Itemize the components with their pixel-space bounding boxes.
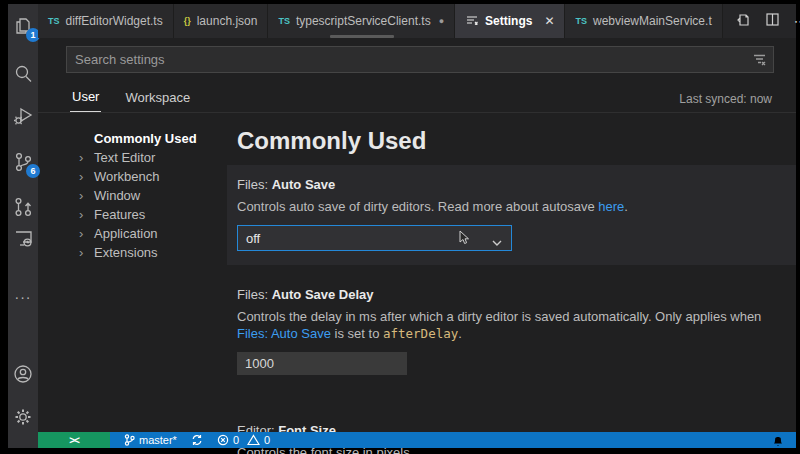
toc-commonly-used[interactable]: Commonly Used <box>66 129 227 148</box>
autosave-here-link[interactable]: here <box>598 199 624 214</box>
page-title: Commonly Used <box>237 127 796 155</box>
remote-indicator[interactable]: >< <box>38 432 110 448</box>
run-debug-icon[interactable] <box>11 104 35 128</box>
filter-icon[interactable] <box>752 52 767 71</box>
git-branch-icon <box>124 434 135 446</box>
editor-tab-bar: TS diffEditorWidget.ts {} launch.json TS… <box>38 4 796 38</box>
split-editor-icon[interactable] <box>765 12 780 30</box>
setting-name: Auto Save Delay <box>272 287 374 302</box>
settings-toc: Commonly Used › Text Editor › Workbench … <box>66 113 227 432</box>
pull-request-icon[interactable] <box>11 195 35 219</box>
search-icon[interactable] <box>11 62 35 86</box>
open-settings-json-icon[interactable] <box>735 12 751 31</box>
setting-title: Files: Auto Save Delay <box>237 287 786 302</box>
setting-prefix: Files: <box>237 287 272 302</box>
tab-diffeditorwidget[interactable]: TS diffEditorWidget.ts <box>38 4 174 38</box>
more-actions-icon[interactable]: ··· <box>11 285 35 309</box>
close-tab-icon[interactable]: ✕ <box>544 14 554 28</box>
ts-file-icon: TS <box>278 16 290 26</box>
setting-title: Files: Auto Save <box>237 177 786 192</box>
toc-text-editor[interactable]: › Text Editor <box>66 148 227 167</box>
toc-label: Application <box>94 226 158 241</box>
tab-label: diffEditorWidget.ts <box>66 14 163 28</box>
tab-webviewmainservice[interactable]: TS webviewMainService.t <box>565 4 722 38</box>
chevron-right-icon: › <box>79 148 83 167</box>
setting-files-auto-save: Files: Auto Save Controls auto save of d… <box>227 165 796 265</box>
setting-description: Controls the delay in ms after which a d… <box>237 308 782 342</box>
setting-name: Auto Save <box>272 177 336 192</box>
tab-label: webviewMainService.t <box>593 14 712 28</box>
setting-files-auto-save-delay: Files: Auto Save Delay Controls the dela… <box>227 275 796 389</box>
account-icon[interactable] <box>11 362 35 386</box>
search-row <box>38 38 796 79</box>
tab-scrollbar[interactable] <box>330 35 394 38</box>
toc-application[interactable]: › Application <box>66 224 227 243</box>
toc-label: Features <box>94 207 145 222</box>
settings-sliders-icon <box>465 13 479 30</box>
tab-typescriptserviceclient[interactable]: TS typescriptServiceClient.ts ● <box>268 4 455 38</box>
settings-editor: User Workspace Last synced: now Commonly… <box>38 38 796 432</box>
explorer-icon[interactable]: 1 <box>11 14 35 38</box>
toc-workbench[interactable]: › Workbench <box>66 167 227 186</box>
desc-text: . <box>624 199 628 214</box>
ts-file-icon: TS <box>575 16 587 26</box>
desc-text: is set to <box>331 326 383 341</box>
auto-save-delay-input[interactable] <box>237 352 407 375</box>
files-auto-save-link[interactable]: Files: Auto Save <box>237 326 331 341</box>
chevron-right-icon: › <box>79 224 83 243</box>
settings-content: Commonly Used › Text Editor › Workbench … <box>38 113 796 432</box>
settings-list: Commonly Used Files: Auto Save Controls … <box>227 113 796 432</box>
chevron-right-icon: › <box>79 205 83 224</box>
setting-description: Controls auto save of dirty editors. Rea… <box>237 198 782 215</box>
vscode-window: 1 6 <box>8 4 796 448</box>
dropdown-value: off <box>246 231 260 246</box>
setting-prefix: Files: <box>237 177 272 192</box>
remote-explorer-icon[interactable] <box>11 226 35 250</box>
editor-actions: ⋯ <box>723 4 800 38</box>
toc-window[interactable]: › Window <box>66 186 227 205</box>
tab-user[interactable]: User <box>70 85 101 112</box>
toc-label: Extensions <box>94 245 158 260</box>
mouse-cursor-icon <box>458 230 470 249</box>
desc-text: . <box>458 326 462 341</box>
tab-launch-json[interactable]: {} launch.json <box>174 4 269 38</box>
auto-save-dropdown[interactable]: off <box>237 225 512 251</box>
main-area: TS diffEditorWidget.ts {} launch.json TS… <box>38 4 796 448</box>
activity-bar: 1 6 <box>8 4 38 448</box>
status-bar: >< master* 0 <box>38 432 796 448</box>
scm-badge: 6 <box>26 164 40 178</box>
tab-settings[interactable]: Settings ✕ <box>455 4 565 38</box>
branch-label: master* <box>139 434 177 446</box>
settings-gear-icon[interactable] <box>11 405 35 429</box>
chevron-down-icon <box>491 235 503 250</box>
problems-item[interactable]: 0 0 <box>217 434 270 446</box>
tab-workspace[interactable]: Workspace <box>123 86 192 112</box>
toc-features[interactable]: › Features <box>66 205 227 224</box>
modified-dot-icon: ● <box>439 16 444 26</box>
chevron-right-icon: › <box>79 243 83 262</box>
toc-extensions[interactable]: › Extensions <box>66 243 227 262</box>
warning-count: 0 <box>264 434 270 446</box>
search-settings-input[interactable] <box>66 46 774 73</box>
chevron-right-icon: › <box>79 186 83 205</box>
branch-item[interactable]: master* <box>124 434 177 446</box>
more-editor-actions-icon[interactable]: ⋯ <box>794 14 800 29</box>
toc-label: Window <box>94 188 140 203</box>
sync-button[interactable] <box>191 434 203 446</box>
bell-icon[interactable] <box>772 434 784 447</box>
tab-label: launch.json <box>197 14 258 28</box>
toc-label: Workbench <box>94 169 160 184</box>
toc-label: Text Editor <box>94 150 155 165</box>
source-control-icon[interactable]: 6 <box>11 150 35 174</box>
after-delay-code: afterDelay <box>383 326 458 341</box>
desc-text: Controls the delay in ms after which a d… <box>237 309 761 324</box>
last-synced-label: Last synced: now <box>679 92 772 106</box>
tab-label: typescriptServiceClient.ts <box>296 14 431 28</box>
tab-label: Settings <box>485 14 532 28</box>
json-file-icon: {} <box>184 16 191 26</box>
ts-file-icon: TS <box>48 16 60 26</box>
desc-text: Controls auto save of dirty editors. Rea… <box>237 199 598 214</box>
sync-icon <box>191 434 203 446</box>
chevron-right-icon: › <box>79 167 83 186</box>
settings-scope-header: User Workspace Last synced: now <box>38 79 796 113</box>
